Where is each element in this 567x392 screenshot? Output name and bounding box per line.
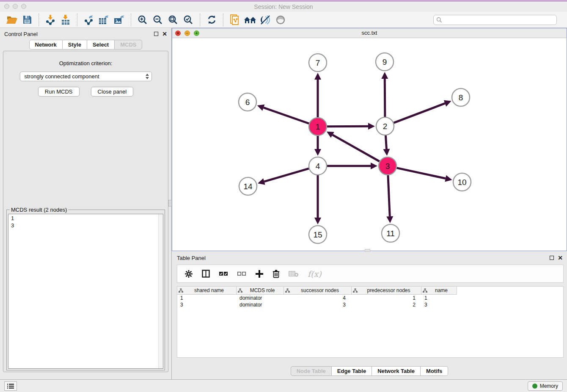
column-header-shared-name[interactable]: shared name — [177, 287, 237, 295]
table-row[interactable]: 3dominator323 — [177, 301, 563, 308]
zoom-fit-button[interactable] — [165, 13, 181, 27]
memory-button[interactable]: Memory — [528, 381, 563, 391]
column-header-MCDS-role[interactable]: MCDS role — [237, 287, 284, 295]
table-header-row: shared nameMCDS rolesuccessor nodesprede… — [177, 287, 563, 295]
import-table-button[interactable] — [58, 13, 73, 27]
edge-3-1[interactable] — [333, 135, 380, 162]
zoom-selected-button[interactable] — [181, 13, 196, 27]
tab-mcds[interactable]: MCDS — [115, 40, 142, 50]
edge-3-11[interactable] — [388, 175, 390, 216]
table-tab-network-table[interactable]: Network Table — [372, 366, 421, 376]
zoom-out-button[interactable] — [150, 13, 165, 27]
table-tab-node-table[interactable]: Node Table — [291, 366, 332, 376]
tab-select[interactable]: Select — [87, 40, 115, 50]
sort-icon — [179, 288, 183, 293]
table-body: 1dominator4113dominator323 — [177, 295, 563, 308]
export-network-button[interactable] — [81, 13, 96, 27]
column-header-predecessor-nodes[interactable]: predecessor nodes — [352, 287, 421, 295]
import-table-icon — [61, 15, 70, 25]
vertical-splitter-grip[interactable] — [168, 200, 172, 207]
mcds-result-text: 1 3 — [8, 214, 158, 368]
deselect-all-icon — [237, 271, 246, 277]
horizontal-splitter-grip[interactable] — [365, 249, 370, 252]
cell: 3 — [421, 301, 457, 308]
edge-4-14[interactable] — [264, 168, 308, 182]
columns-button[interactable] — [202, 270, 210, 278]
close-panel-button[interactable]: Close panel — [91, 87, 134, 97]
select-all-button[interactable] — [219, 271, 228, 277]
network-maximize-icon[interactable]: + — [194, 30, 199, 36]
column-header-successor-nodes[interactable]: successor nodes — [284, 287, 352, 295]
add-column-icon — [255, 270, 264, 278]
close-window-button[interactable] — [4, 4, 9, 9]
export-table-button[interactable] — [96, 13, 112, 27]
mcds-result-area[interactable]: 1 3 — [8, 214, 163, 369]
edge-2-9[interactable] — [385, 79, 385, 117]
search-input[interactable] — [444, 17, 554, 23]
result-scrollbar[interactable] — [158, 214, 163, 368]
edge-1-2[interactable] — [327, 126, 368, 127]
add-column-button[interactable] — [255, 270, 264, 278]
node-label-2: 2 — [383, 122, 388, 131]
eye-button[interactable] — [273, 13, 288, 27]
dropdown-stepper-icon — [146, 74, 150, 79]
open-session-button[interactable] — [4, 13, 19, 27]
network-minimize-icon[interactable]: − — [184, 30, 190, 36]
sort-icon — [285, 288, 290, 293]
delete-table-icon — [289, 270, 299, 277]
titlebar: Session: New Session — [0, 2, 567, 12]
function-builder-icon: f(x) — [308, 269, 322, 279]
tab-style[interactable]: Style — [63, 40, 87, 50]
cell: 3 — [284, 301, 352, 308]
table-float-icon[interactable] — [550, 256, 554, 260]
home-layout-button[interactable] — [242, 13, 258, 27]
minimize-window-button[interactable] — [13, 4, 18, 9]
delete-table-button[interactable] — [289, 270, 299, 277]
function-builder-button[interactable]: f(x) — [308, 269, 322, 279]
node-label-11: 11 — [386, 229, 395, 238]
sort-icon — [353, 288, 358, 293]
table-tab-motifs[interactable]: Motifs — [421, 366, 448, 376]
network-close-icon[interactable]: ✕ — [175, 30, 181, 36]
cell: 1 — [421, 295, 457, 301]
float-panel-icon[interactable] — [154, 32, 158, 36]
cell: 1 — [177, 295, 237, 301]
node-label-7: 7 — [316, 58, 320, 67]
export-image-button[interactable] — [112, 13, 127, 27]
maximize-window-button[interactable] — [21, 4, 26, 9]
eye-icon — [275, 15, 286, 25]
export-table-icon — [99, 15, 110, 25]
edge-3-10[interactable] — [397, 168, 446, 179]
refresh-button[interactable] — [204, 13, 219, 27]
dropdown-value: strongly connected component — [25, 73, 99, 80]
table-row[interactable]: 1dominator411 — [177, 295, 563, 301]
optimization-criterion-dropdown[interactable]: strongly connected component — [20, 72, 152, 81]
delete-button[interactable] — [272, 270, 280, 278]
network-graph[interactable]: 1234678910111415 — [172, 39, 567, 251]
edge-2-3[interactable] — [385, 135, 386, 149]
tab-network[interactable]: Network — [29, 40, 63, 50]
refresh-icon — [207, 15, 217, 25]
zoom-in-button[interactable] — [135, 13, 150, 27]
node-table: shared nameMCDS rolesuccessor nodesprede… — [177, 286, 564, 358]
network-canvas[interactable]: 1234678910111415 — [172, 39, 567, 251]
close-panel-icon[interactable]: ✕ — [162, 32, 167, 36]
graphics-details-button[interactable] — [258, 13, 273, 27]
node-label-10: 10 — [457, 178, 466, 187]
import-network-button[interactable] — [43, 13, 58, 27]
save-session-button[interactable] — [19, 13, 35, 27]
task-history-button[interactable] — [4, 381, 17, 391]
edge-1-6[interactable] — [264, 108, 309, 124]
deselect-all-button[interactable] — [237, 271, 246, 277]
edge-2-8[interactable] — [394, 103, 445, 123]
table-close-icon[interactable]: ✕ — [558, 256, 563, 260]
toolbar-separator — [39, 14, 39, 26]
clone-network-button[interactable] — [227, 13, 242, 27]
table-tab-edge-table[interactable]: Edge Table — [332, 366, 372, 376]
save-session-icon — [23, 15, 32, 24]
column-header-name[interactable]: name — [421, 287, 457, 295]
search-icon — [436, 17, 442, 23]
run-mcds-button[interactable]: Run MCDS — [38, 87, 80, 97]
control-panel: Control Panel ✕ NetworkStyleSelectMCDS O… — [0, 28, 172, 379]
gear-button[interactable] — [184, 270, 193, 278]
